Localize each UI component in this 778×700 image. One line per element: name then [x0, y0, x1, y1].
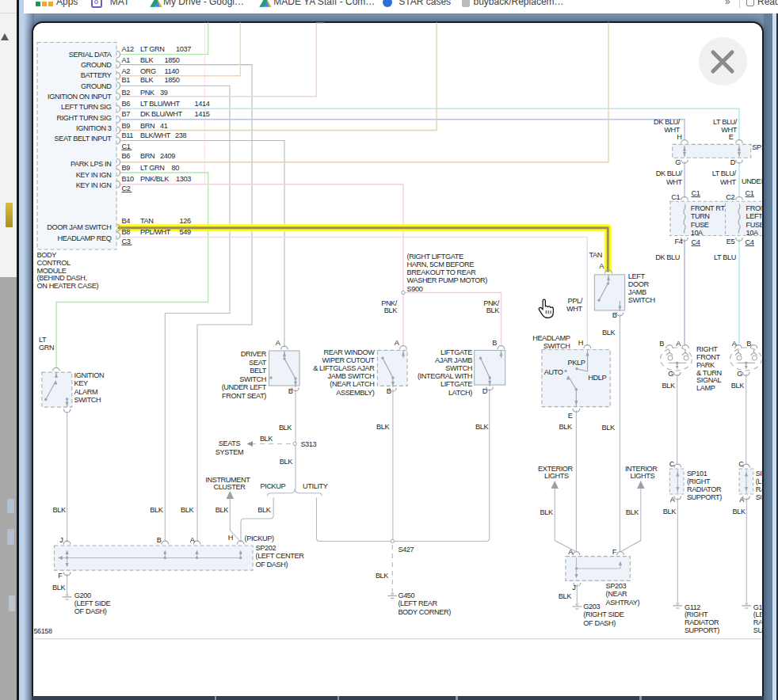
svg-text:GRN: GRN [39, 344, 54, 352]
svg-text:LAMP: LAMP [696, 384, 715, 392]
svg-text:C3: C3 [122, 238, 131, 245]
svg-text:BLK: BLK [140, 56, 154, 64]
svg-text:BLK: BLK [663, 508, 677, 515]
svg-text:SWITCH: SWITCH [543, 342, 570, 350]
svg-text:C: C [669, 460, 675, 468]
svg-text:B: B [492, 339, 497, 347]
svg-text:PPL/: PPL/ [567, 297, 582, 305]
svg-text:SWITCH: SWITCH [74, 396, 101, 404]
svg-text:PPL/WHT: PPL/WHT [140, 228, 171, 236]
svg-text:WHT: WHT [720, 178, 737, 186]
svg-text:126: 126 [180, 217, 191, 225]
svg-text:2409: 2409 [160, 152, 175, 160]
svg-text:SP202: SP202 [256, 544, 276, 552]
svg-text:D: D [730, 158, 736, 166]
svg-text:G450: G450 [398, 592, 414, 599]
svg-text:LT GRN: LT GRN [140, 164, 164, 172]
svg-text:RIGHT: RIGHT [696, 345, 718, 353]
svg-text:LT BLU/: LT BLU/ [713, 118, 738, 126]
svg-text:C4: C4 [746, 238, 754, 246]
svg-text:(UNDER LEFT: (UNDER LEFT [222, 383, 267, 391]
svg-text:AUTO: AUTO [544, 368, 563, 376]
svg-text:B9: B9 [122, 122, 131, 130]
svg-text:C1: C1 [671, 193, 680, 201]
svg-text:BLK: BLK [279, 424, 292, 432]
svg-text:BLK: BLK [733, 508, 746, 515]
svg-text:1415: 1415 [195, 110, 210, 118]
svg-text:F: F [612, 548, 617, 556]
svg-text:(LEFT SIDE: (LEFT SIDE [74, 599, 111, 607]
svg-text:(RIGHT SIDE: (RIGHT SIDE [583, 611, 624, 618]
svg-text:B7: B7 [122, 110, 131, 118]
svg-text:RADIATOR: RADIATOR [685, 618, 719, 626]
svg-text:LEFT: LEFT [628, 272, 646, 280]
svg-text:GROUND: GROUND [81, 61, 112, 69]
svg-text:KEY IN IGN: KEY IN IGN [76, 171, 112, 179]
svg-text:D: D [482, 387, 488, 395]
svg-text:1850: 1850 [165, 56, 180, 64]
svg-text:B8: B8 [122, 228, 131, 236]
svg-text:S427: S427 [398, 546, 414, 554]
svg-text:BLK: BLK [626, 508, 639, 516]
svg-text:ASSEMBLY): ASSEMBLY) [336, 389, 375, 397]
svg-text:SWITCH: SWITCH [239, 375, 266, 383]
svg-text:(RIGHT: (RIGHT [687, 477, 711, 485]
svg-text:SEAT: SEAT [249, 359, 267, 367]
svg-text:FRONT RT: FRONT RT [691, 204, 726, 212]
svg-text:LT BLU/: LT BLU/ [712, 169, 737, 177]
svg-text:DK BLU/: DK BLU/ [656, 169, 683, 177]
svg-text:OF DASH): OF DASH) [256, 561, 288, 569]
svg-text:B: B [746, 340, 751, 348]
svg-text:LEFT: LEFT [746, 212, 764, 220]
svg-text:BLK: BLK [559, 423, 573, 431]
svg-text:SP203: SP203 [606, 582, 627, 590]
svg-text:C1: C1 [122, 143, 131, 150]
svg-text:B11: B11 [122, 131, 134, 139]
svg-text:H: H [578, 339, 583, 347]
svg-text:ORG: ORG [140, 67, 156, 75]
svg-text:BLK: BLK [215, 506, 229, 514]
svg-text:1140: 1140 [165, 67, 179, 75]
svg-text:(RIGHT LIFTGATE: (RIGHT LIFTGATE [407, 253, 464, 261]
svg-text:LATCH): LATCH) [448, 389, 472, 397]
svg-text:PNK/: PNK/ [483, 299, 500, 307]
svg-text:BLK: BLK [257, 506, 271, 514]
svg-text:(BEHIND DASH,: (BEHIND DASH, [37, 274, 87, 282]
svg-text:REAR WINDOW: REAR WINDOW [324, 348, 376, 356]
svg-text:39: 39 [160, 89, 168, 97]
svg-text:B6: B6 [122, 100, 131, 108]
svg-text:BLK: BLK [52, 584, 66, 592]
svg-text:BODY CORNER): BODY CORNER) [398, 608, 451, 616]
svg-text:FUSE: FUSE [691, 221, 709, 229]
svg-text:B: B [612, 311, 617, 319]
svg-text:BODY: BODY [37, 251, 57, 259]
svg-text:56158: 56158 [34, 627, 52, 635]
svg-text:PNK: PNK [140, 89, 155, 97]
svg-text:B: B [157, 536, 162, 544]
svg-text:TAN: TAN [589, 251, 603, 259]
svg-text:549: 549 [180, 228, 191, 236]
svg-text:1850: 1850 [165, 76, 180, 84]
svg-text:(NEAR: (NEAR [606, 590, 627, 598]
svg-text:1037: 1037 [176, 45, 191, 53]
svg-text:(LEFT REAR: (LEFT REAR [398, 599, 437, 607]
svg-text:LT BLU/WHT: LT BLU/WHT [140, 100, 181, 108]
svg-text:BLK: BLK [384, 306, 398, 314]
svg-text:A: A [276, 339, 281, 347]
svg-text:PKLP: PKLP [568, 359, 585, 367]
svg-text:SWITCH: SWITCH [628, 296, 655, 304]
svg-text:PARK: PARK [696, 361, 715, 369]
svg-text:JAMB SWITCH: JAMB SWITCH [328, 372, 375, 380]
svg-text:C1: C1 [692, 189, 700, 197]
svg-text:C4: C4 [692, 238, 700, 246]
svg-text:DOOR JAM SWITCH: DOOR JAM SWITCH [47, 223, 111, 231]
svg-text:G112: G112 [685, 603, 700, 611]
svg-text:IGNITION 3: IGNITION 3 [76, 124, 112, 132]
svg-text:1414: 1414 [195, 100, 210, 108]
svg-text:HEADLAMP REQ: HEADLAMP REQ [57, 234, 111, 242]
svg-text:IGNITION ON INPUT: IGNITION ON INPUT [48, 93, 112, 101]
svg-text:TURN: TURN [691, 212, 710, 220]
svg-text:E: E [729, 133, 734, 141]
svg-text:LT BLU: LT BLU [714, 253, 736, 261]
svg-text:J: J [59, 536, 63, 544]
